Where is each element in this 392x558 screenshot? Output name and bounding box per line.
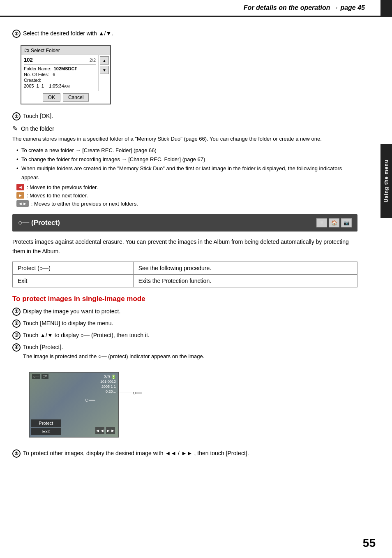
folder-icon: 🗂 <box>24 47 29 53</box>
cam-exit-btn[interactable]: Exit <box>31 428 61 435</box>
cam-counter-text: 3/9 🔋 <box>100 374 116 380</box>
step-2-text: Touch [OK]. <box>23 112 53 120</box>
indicator-next-text: : Moves to the next folder. <box>27 192 88 199</box>
protect-header-label: ○— (Protect) <box>18 219 60 227</box>
dialog-up-btn[interactable]: ▲ <box>100 56 109 65</box>
protect-arrow-annotation: ○— <box>115 389 142 396</box>
step-1-text: Select the desired folder with ▲/▼. <box>23 29 113 38</box>
single-step-4-circle: ④ <box>12 343 21 352</box>
dialog-folder-number: 102 <box>24 57 33 63</box>
table-cell-exit-label: Exit <box>13 274 134 287</box>
protect-icon-home: 🏠 <box>329 218 339 227</box>
single-step-3: ③ Touch ▲/▼ to display ○— (Protect), the… <box>12 331 357 340</box>
tip-section: ✎ On the folder The camera stores images… <box>12 125 357 207</box>
table-row: Protect (○—) See the following procedure… <box>13 262 357 274</box>
single-step-2-circle: ② <box>12 320 21 328</box>
single-step-2-text: Touch [MENU] to display the menu. <box>23 319 113 328</box>
tip-bullet-3: When multiple folders are created in the… <box>16 164 357 182</box>
indicator-both-icon: ◄► <box>16 200 29 207</box>
cam-protect-key: ○— <box>85 396 95 404</box>
single-step-2: ② Touch [MENU] to display the menu. <box>12 319 357 328</box>
single-step-1-text: Display the image you want to protect. <box>23 307 120 316</box>
cam-nav-buttons: ◄◄ ►► <box>95 427 115 434</box>
table-cell-exit-desc: Exits the Protection function. <box>133 274 357 287</box>
dialog-buttons: OK Cancel <box>21 91 110 104</box>
protect-description: Protects images against accidental erasu… <box>12 237 357 256</box>
single-step-5-text: To protect other images, display the des… <box>23 449 249 458</box>
dialog-date: 2005 1 1 1:05:34AM <box>24 83 96 88</box>
single-step-3-text: Touch ▲/▼ to display ○— (Protect), then … <box>23 331 150 340</box>
camera-mockup-wrapper: ○— □ᴹ 3/9 🔋 101-00122005 1 10:20... ○— P… <box>21 367 119 442</box>
single-image-heading: To protect images in single-image mode <box>12 295 357 303</box>
protect-table: Protect (○—) See the following procedure… <box>12 262 357 287</box>
tip-icon: ✎ <box>12 125 18 132</box>
indicator-next: ► : Moves to the next folder. <box>16 192 357 199</box>
camera-mockup: ○— □ᴹ 3/9 🔋 101-00122005 1 10:20... ○— P… <box>29 372 119 438</box>
single-step-1-circle: ① <box>12 308 21 316</box>
protect-header-icons: ≡ 🏠 📷 <box>316 218 352 227</box>
tip-bullets: To create a new folder → [Create REC. Fo… <box>12 146 357 182</box>
arrow-key-icon: ○— <box>133 389 142 396</box>
protect-header: ○— (Protect) ≡ 🏠 📷 <box>12 214 357 232</box>
tip-title: ✎ On the folder <box>12 125 357 132</box>
indicator-both-text: : Moves to either the previous or next f… <box>31 201 138 207</box>
protect-icon-list: ≡ <box>316 218 327 227</box>
dialog-ok-btn[interactable]: OK <box>43 93 60 102</box>
single-step-5-circle: ⑤ <box>12 449 21 458</box>
header-page-ref: page 45 <box>340 4 365 11</box>
arrow-line <box>115 393 132 393</box>
indicator-prev-icon: ◄ <box>16 184 24 190</box>
cam-control-buttons: Protect Exit <box>30 418 62 437</box>
indicator-prev: ◄ : Moves to the previous folder. <box>16 184 357 190</box>
cam-prev-btn[interactable]: ◄◄ <box>95 427 104 434</box>
indicator-both: ◄► : Moves to either the previous or nex… <box>16 200 357 207</box>
main-content: ① Select the desired folder with ▲/▼. 🗂 … <box>0 17 378 469</box>
single-step-1: ① Display the image you want to protect. <box>12 307 357 316</box>
dialog-folder-name: Folder Name: 102MSDCF <box>24 66 96 71</box>
step-2-circle: ② <box>12 112 21 120</box>
table-cell-protect-desc: See the following procedure. <box>133 262 357 274</box>
tip-title-text: On the folder <box>21 125 54 132</box>
single-step-3-circle: ③ <box>12 331 21 340</box>
cam-protect-indicator: ○— <box>32 374 40 379</box>
table-cell-protect-label: Protect (○—) <box>13 262 134 274</box>
cam-next-btn[interactable]: ►► <box>106 427 115 434</box>
cam-protect-btn[interactable]: Protect <box>31 419 61 427</box>
cam-mode-indicator: □ᴹ <box>42 374 48 379</box>
step-2: ② Touch [OK]. <box>12 112 357 120</box>
table-row: Exit Exits the Protection function. <box>13 274 357 287</box>
page-number: 55 <box>363 537 376 550</box>
header-title: For details on the operation → page 45 <box>244 4 365 12</box>
indicator-next-icon: ► <box>16 192 24 199</box>
single-step-4: ④ Touch [Protect]. The image is protecte… <box>12 343 357 361</box>
sidebar-label: Using the menu <box>380 144 392 218</box>
dialog-body: 102 2/2 Folder Name: 102MSDCF No. Of Fil… <box>21 55 110 91</box>
header-title-text: For details on the operation <box>244 4 330 11</box>
protect-icon-camera: 📷 <box>341 218 352 227</box>
indicator-prev-text: : Moves to the previous folder. <box>27 184 98 190</box>
tip-body: The camera stores images in a specified … <box>12 135 357 144</box>
cam-top-icons: ○— □ᴹ <box>32 374 48 379</box>
step-1-circle: ① <box>12 30 21 38</box>
cam-file-info: 101-00122005 1 10:20... <box>100 380 116 394</box>
tip-bullet-2: To change the folder for recording image… <box>16 155 357 164</box>
header: For details on the operation → page 45 <box>0 0 392 17</box>
dialog-left: 102 2/2 Folder Name: 102MSDCF No. Of Fil… <box>21 55 99 91</box>
dialog-cancel-btn[interactable]: Cancel <box>63 93 89 102</box>
step-1: ① Select the desired folder with ▲/▼. <box>12 29 357 38</box>
dialog-fraction: 2/2 <box>90 58 96 63</box>
dialog-no-files: No. Of Files: 6 <box>24 72 96 77</box>
dialog-title: Select Folder <box>31 48 60 53</box>
cam-counter: 3/9 🔋 101-00122005 1 10:20... <box>100 374 116 394</box>
tip-bullet-1: To create a new folder → [Create REC. Fo… <box>16 146 357 155</box>
dialog-created: Created: <box>24 78 96 83</box>
single-step-4-subtext: The image is protected and the ○— (prote… <box>23 352 204 361</box>
dialog-nav-buttons: ▲ ▼ <box>99 55 110 91</box>
dialog-down-btn[interactable]: ▼ <box>100 66 109 74</box>
dialog-title-bar: 🗂 Select Folder <box>21 46 110 55</box>
header-arrow: → <box>332 4 339 11</box>
single-step-4-text: Touch [Protect]. <box>23 343 204 352</box>
header-right-block <box>380 0 392 16</box>
dialog-nav: 102 2/2 <box>24 57 96 65</box>
select-folder-dialog: 🗂 Select Folder 102 2/2 Folder Name: 102… <box>21 45 111 104</box>
